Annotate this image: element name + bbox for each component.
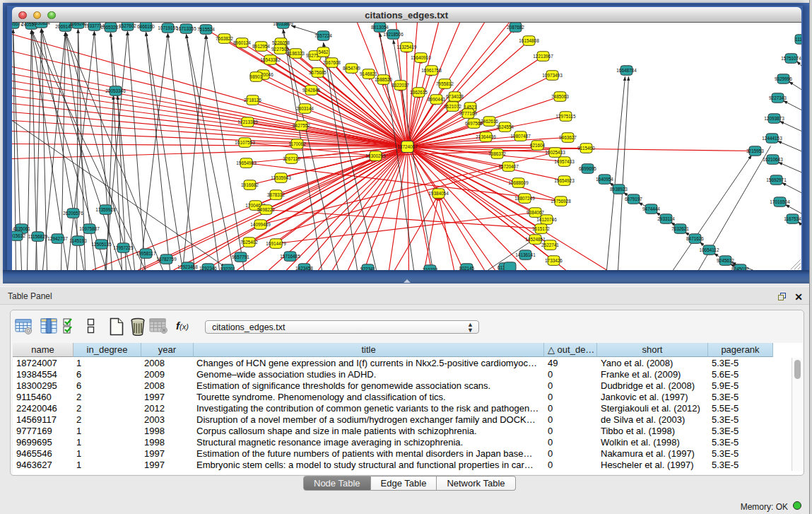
svg-text:16782759: 16782759 <box>156 256 177 261</box>
svg-text:11325419: 11325419 <box>396 44 416 49</box>
svg-text:17957225: 17957225 <box>113 245 134 250</box>
svg-text:710233: 710233 <box>422 267 437 269</box>
svg-text:1170062: 1170062 <box>288 141 306 146</box>
svg-text:3215953: 3215953 <box>746 148 764 153</box>
svg-text:9777169: 9777169 <box>459 110 477 115</box>
svg-text:4335061: 4335061 <box>13 226 30 230</box>
svg-text:10654112: 10654112 <box>699 247 719 252</box>
svg-text:11156829: 11156829 <box>28 233 47 238</box>
svg-text:1362615: 1362615 <box>410 89 428 94</box>
svg-text:10025433: 10025433 <box>545 149 565 154</box>
svg-text:15640910: 15640910 <box>411 54 431 59</box>
svg-text:2087682: 2087682 <box>507 24 524 29</box>
svg-text:9115460: 9115460 <box>577 145 595 150</box>
svg-text:1615172: 1615172 <box>532 226 550 230</box>
svg-text:14957433: 14957433 <box>554 158 575 163</box>
svg-text:15716485: 15716485 <box>280 253 300 258</box>
svg-text:13535943: 13535943 <box>271 175 291 180</box>
svg-text:1423458: 1423458 <box>295 265 313 269</box>
svg-text:9474444: 9474444 <box>642 206 660 211</box>
svg-text:8938923: 8938923 <box>610 186 628 191</box>
svg-text:9657791: 9657791 <box>232 254 249 259</box>
svg-text:12213967: 12213967 <box>533 53 553 58</box>
svg-text:18300295: 18300295 <box>365 153 386 158</box>
svg-text:7462616: 7462616 <box>481 118 498 123</box>
svg-text:8990443: 8990443 <box>428 96 445 101</box>
svg-text:17016504: 17016504 <box>770 199 790 204</box>
svg-text:5498222: 5498222 <box>257 206 275 211</box>
svg-text:9242845: 9242845 <box>302 87 320 92</box>
svg-text:6879197: 6879197 <box>625 196 642 201</box>
svg-text:2330824: 2330824 <box>33 23 50 25</box>
svg-text:16107553: 16107553 <box>235 139 255 144</box>
svg-text:12942737: 12942737 <box>47 235 68 240</box>
svg-text:14136141: 14136141 <box>515 252 536 257</box>
svg-text:8427552: 8427552 <box>293 122 310 127</box>
svg-text:18724007: 18724007 <box>397 144 418 148</box>
svg-text:9384067: 9384067 <box>526 209 544 214</box>
svg-text:8186323: 8186323 <box>287 50 305 55</box>
svg-text:8813054: 8813054 <box>371 24 389 29</box>
svg-text:16648784: 16648784 <box>616 67 637 72</box>
svg-text:17359928: 17359928 <box>95 206 116 211</box>
svg-text:1588520: 1588520 <box>375 76 392 81</box>
svg-text:8960124: 8960124 <box>233 40 251 45</box>
svg-text:7663822: 7663822 <box>216 35 233 40</box>
svg-text:12975115: 12975115 <box>555 113 575 118</box>
svg-text:1167534: 1167534 <box>784 216 801 221</box>
svg-text:12923468: 12923468 <box>177 264 198 269</box>
svg-text:20053346: 20053346 <box>105 88 126 93</box>
svg-text:7625402: 7625402 <box>240 239 258 244</box>
svg-text:3267110: 3267110 <box>283 156 300 160</box>
svg-text:1916682: 1916682 <box>241 182 259 187</box>
svg-text:8471626: 8471626 <box>686 235 704 240</box>
svg-text:7485063: 7485063 <box>551 93 569 98</box>
svg-text:10688609: 10688609 <box>508 180 529 185</box>
svg-text:19654983: 19654983 <box>236 160 257 165</box>
svg-text:1145193: 1145193 <box>69 238 87 243</box>
svg-text:15751074: 15751074 <box>781 55 801 60</box>
svg-text:7386372: 7386372 <box>488 151 506 156</box>
svg-text:8245012: 8245012 <box>731 266 749 269</box>
svg-text:7955812: 7955812 <box>436 81 454 86</box>
svg-text:8454749: 8454749 <box>343 65 360 70</box>
svg-text:2367608: 2367608 <box>323 59 341 64</box>
svg-text:9463627: 9463627 <box>559 134 577 139</box>
svg-text:14524851: 14524851 <box>525 236 546 241</box>
svg-text:1527602: 1527602 <box>119 23 136 28</box>
svg-text:3878312: 3878312 <box>267 192 285 197</box>
svg-text:9915632: 9915632 <box>12 233 25 238</box>
svg-text:18807249: 18807249 <box>514 195 535 200</box>
svg-text:6466160: 6466160 <box>137 23 155 28</box>
svg-text:6899695: 6899695 <box>579 165 596 170</box>
svg-text:802145: 802145 <box>459 265 474 269</box>
svg-text:922341: 922341 <box>360 266 375 269</box>
svg-text:2933114: 2933114 <box>657 216 675 221</box>
svg-text:7357224: 7357224 <box>314 33 332 37</box>
svg-text:8322037: 8322037 <box>392 82 409 87</box>
svg-text:19218506: 19218506 <box>383 31 404 36</box>
svg-text:19384054: 19384054 <box>428 190 449 195</box>
svg-text:12093873: 12093873 <box>764 115 784 120</box>
svg-text:621604: 621604 <box>529 142 545 147</box>
svg-text:21364436: 21364436 <box>476 134 496 139</box>
svg-text:2522741: 2522741 <box>541 242 559 247</box>
svg-text:3624554: 3624554 <box>496 124 514 129</box>
svg-text:8912954: 8912954 <box>252 43 270 48</box>
svg-text:16033809: 16033809 <box>273 23 293 26</box>
svg-text:15720407: 15720407 <box>498 163 519 168</box>
svg-text:1292346: 1292346 <box>199 265 217 269</box>
svg-text:16914479: 16914479 <box>266 240 286 245</box>
svg-text:10653287: 10653287 <box>100 24 121 29</box>
svg-text:1640954: 1640954 <box>596 176 613 181</box>
svg-text:98901: 98901 <box>249 74 262 78</box>
svg-text:10807487: 10807487 <box>510 133 531 138</box>
svg-text:12505135: 12505135 <box>91 241 112 246</box>
svg-text:11123: 11123 <box>795 36 801 41</box>
svg-text:9146821: 9146821 <box>360 71 377 76</box>
svg-text:19958117: 19958117 <box>136 250 155 255</box>
svg-text:6734028: 6734028 <box>446 93 464 98</box>
svg-text:19756928: 19756928 <box>551 198 571 203</box>
svg-text:832201: 832201 <box>220 266 235 269</box>
svg-text:2718126: 2718126 <box>244 97 261 102</box>
